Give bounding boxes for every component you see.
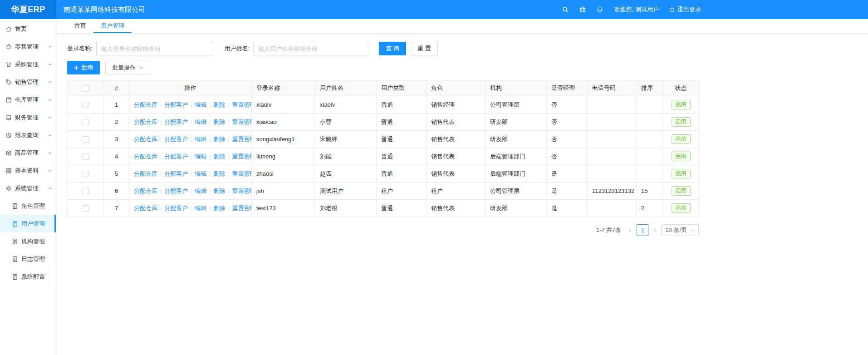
search-button[interactable]: 查 询: [379, 42, 406, 55]
delete-link[interactable]: 删除: [213, 205, 225, 212]
search-icon[interactable]: [562, 6, 569, 13]
sidebar-item-user[interactable]: 用户管理: [0, 215, 56, 232]
reset-password-link[interactable]: 重置密码: [232, 187, 252, 194]
row-checkbox[interactable]: [83, 205, 89, 212]
assign-customer-link[interactable]: 分配客户: [164, 170, 188, 177]
assign-warehouse-link[interactable]: 分配仓库: [134, 170, 157, 177]
page-number-button[interactable]: 1: [637, 224, 648, 236]
user-name-input[interactable]: [253, 42, 370, 55]
assign-warehouse-link[interactable]: 分配仓库: [134, 136, 157, 143]
sidebar-item-retail[interactable]: 零售管理: [0, 38, 56, 55]
page-size-select[interactable]: 10 条/页: [661, 224, 699, 236]
sidebar-item-log[interactable]: 日志管理: [0, 250, 56, 268]
assign-customer-link[interactable]: 分配客户: [164, 205, 188, 212]
add-button[interactable]: 新增: [67, 61, 100, 74]
login-name-input[interactable]: [96, 42, 213, 55]
column-header-login: 登录名称: [252, 80, 315, 96]
reset-password-link[interactable]: 重置密码: [232, 205, 252, 212]
bell-icon[interactable]: [596, 6, 603, 13]
sidebar-item-basic[interactable]: 基本资料: [0, 162, 56, 179]
assign-customer-link[interactable]: 分配客户: [164, 118, 188, 125]
assign-warehouse-link[interactable]: 分配仓库: [134, 101, 157, 108]
user-name-label: 用户姓名:: [225, 44, 250, 53]
row-checkbox[interactable]: [83, 188, 89, 194]
delete-link[interactable]: 删除: [213, 187, 225, 194]
cell-name: 宋晓锋: [315, 131, 377, 148]
logout-button[interactable]: 退出登录: [669, 5, 701, 14]
row-checkbox[interactable]: [83, 136, 89, 143]
sidebar-item-purchase[interactable]: 采购管理: [0, 55, 56, 73]
sidebar-item-finance[interactable]: 财务管理: [0, 108, 56, 126]
edit-link[interactable]: 编辑: [195, 118, 206, 125]
sidebar-item-report[interactable]: 报表查询: [0, 126, 56, 144]
sidebar-item-org[interactable]: 机构管理: [0, 232, 56, 250]
sidebar-item-system[interactable]: 系统管理: [0, 179, 56, 197]
column-header-type: 用户类型: [377, 80, 427, 96]
delete-link[interactable]: 删除: [213, 153, 225, 160]
edit-link[interactable]: 编辑: [195, 136, 206, 143]
sidebar-item-config[interactable]: 系统配置: [0, 268, 56, 286]
cell-type: 普通: [377, 96, 427, 113]
row-checkbox[interactable]: [83, 171, 89, 177]
toolbar: 新增 批量操作: [67, 61, 699, 74]
assign-customer-link[interactable]: 分配客户: [164, 136, 188, 143]
assign-warehouse-link[interactable]: 分配仓库: [134, 153, 157, 160]
edit-link[interactable]: 编辑: [195, 187, 206, 194]
cell-org: 后端管理部门: [485, 148, 547, 165]
batch-operations-button[interactable]: 批量操作: [105, 61, 150, 74]
reset-password-link[interactable]: 重置密码: [232, 136, 252, 143]
cell-org: 研发部: [485, 200, 547, 217]
edit-link[interactable]: 编辑: [195, 170, 206, 177]
row-checkbox[interactable]: [83, 153, 89, 160]
assign-customer-link[interactable]: 分配客户: [164, 187, 188, 194]
reset-password-link[interactable]: 重置密码: [232, 153, 252, 160]
cell-phone: [588, 96, 637, 113]
cell-sort: [637, 165, 663, 182]
select-all-checkbox[interactable]: [83, 85, 89, 92]
reset-button[interactable]: 重 置: [411, 42, 438, 55]
cell-operations: 分配仓库|分配客户|编辑|删除|重置密码: [129, 131, 252, 148]
delete-link[interactable]: 删除: [213, 101, 225, 108]
cell-phone: [588, 113, 637, 131]
prev-page-icon[interactable]: [628, 227, 633, 233]
cell-login: xiaocao: [252, 113, 315, 131]
cell-type: 普通: [377, 113, 427, 131]
reset-password-link[interactable]: 重置密码: [232, 170, 252, 177]
assign-customer-link[interactable]: 分配客户: [164, 101, 188, 108]
row-checkbox[interactable]: [83, 102, 89, 108]
chevron-up-icon: [48, 186, 52, 191]
cell-org: 后端管理部门: [485, 165, 547, 182]
sidebar-item-goods[interactable]: 商品管理: [0, 144, 56, 162]
document-icon: [12, 274, 18, 280]
delete-link[interactable]: 删除: [213, 136, 225, 143]
edit-link[interactable]: 编辑: [195, 153, 206, 160]
column-header-index: #: [104, 80, 129, 96]
row-checkbox[interactable]: [83, 119, 89, 125]
assign-warehouse-link[interactable]: 分配仓库: [134, 187, 157, 194]
next-page-icon[interactable]: [652, 227, 657, 233]
assign-warehouse-link[interactable]: 分配仓库: [134, 205, 157, 212]
op-divider: |: [209, 205, 211, 212]
tab-home[interactable]: 首页: [67, 19, 93, 33]
assign-warehouse-link[interactable]: 分配仓库: [134, 118, 157, 125]
reset-password-link[interactable]: 重置密码: [232, 101, 252, 108]
edit-link[interactable]: 编辑: [195, 101, 206, 108]
sidebar-item-home[interactable]: 首页: [0, 20, 56, 38]
cell-status: 启用: [663, 113, 699, 131]
cell-operations: 分配仓库|分配客户|编辑|删除|重置密码: [129, 113, 252, 131]
cell-sort: [637, 148, 663, 165]
tab-user-management[interactable]: 用户管理: [93, 19, 132, 33]
delete-link[interactable]: 删除: [213, 118, 225, 125]
sidebar-item-label: 商品管理: [15, 149, 48, 157]
sidebar-item-sales[interactable]: 销售管理: [0, 73, 56, 91]
bank-icon[interactable]: [579, 6, 586, 13]
edit-link[interactable]: 编辑: [195, 205, 206, 212]
user-table: # 操作 登录名称 用户姓名 用户类型 角色 机构 是否经理 电话号码 排序 状…: [67, 80, 699, 217]
assign-customer-link[interactable]: 分配客户: [164, 153, 188, 160]
app-logo[interactable]: 华夏ERP: [0, 0, 56, 19]
delete-link[interactable]: 删除: [213, 170, 225, 177]
cell-manager: 否: [547, 131, 588, 148]
reset-password-link[interactable]: 重置密码: [232, 118, 252, 125]
sidebar-item-role[interactable]: 角色管理: [0, 197, 56, 215]
sidebar-item-warehouse[interactable]: 仓库管理: [0, 91, 56, 108]
